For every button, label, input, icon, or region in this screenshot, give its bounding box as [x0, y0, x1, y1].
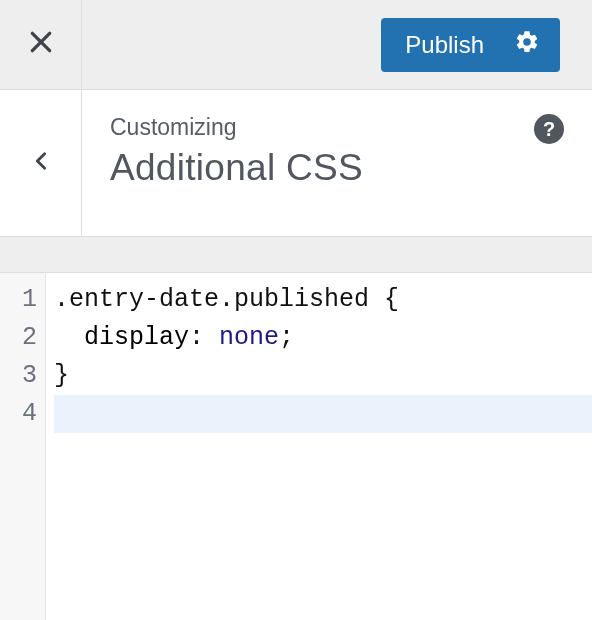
help-icon: ? — [543, 118, 555, 141]
token-brace: } — [54, 361, 69, 390]
close-button[interactable] — [0, 0, 82, 90]
line-number: 4 — [0, 395, 37, 433]
code-line: display: none; — [54, 319, 592, 357]
token-property: display — [84, 323, 189, 352]
customizer-topbar: Publish — [0, 0, 592, 90]
publish-settings-toggle[interactable] — [506, 29, 560, 61]
line-number: 1 — [0, 281, 37, 319]
line-number: 2 — [0, 319, 37, 357]
close-icon — [28, 29, 54, 59]
token-semicolon: ; — [279, 323, 294, 352]
token-indent — [54, 323, 84, 352]
code-line: .entry-date.published { — [54, 281, 592, 319]
code-area[interactable]: .entry-date.published { display: none; } — [46, 273, 592, 620]
separator-bar — [0, 237, 592, 273]
token-selector: .entry-date.published — [54, 285, 369, 314]
token-brace: { — [369, 285, 399, 314]
gear-icon — [514, 29, 540, 61]
breadcrumb: Customizing — [110, 114, 572, 141]
back-button[interactable] — [0, 90, 82, 236]
token-colon: : — [189, 323, 219, 352]
help-button[interactable]: ? — [534, 114, 564, 144]
token-value: none — [219, 323, 279, 352]
publish-button[interactable]: Publish — [381, 18, 560, 72]
line-number-gutter: 1 2 3 4 — [0, 273, 46, 620]
section-titles: Customizing Additional CSS ? — [82, 90, 592, 236]
page-title: Additional CSS — [110, 147, 572, 189]
css-editor[interactable]: 1 2 3 4 .entry-date.published { display:… — [0, 273, 592, 620]
code-line-active — [54, 395, 592, 433]
publish-button-label: Publish — [381, 31, 506, 59]
code-line: } — [54, 357, 592, 395]
section-header: Customizing Additional CSS ? — [0, 90, 592, 237]
line-number: 3 — [0, 357, 37, 395]
chevron-left-icon — [30, 146, 52, 180]
